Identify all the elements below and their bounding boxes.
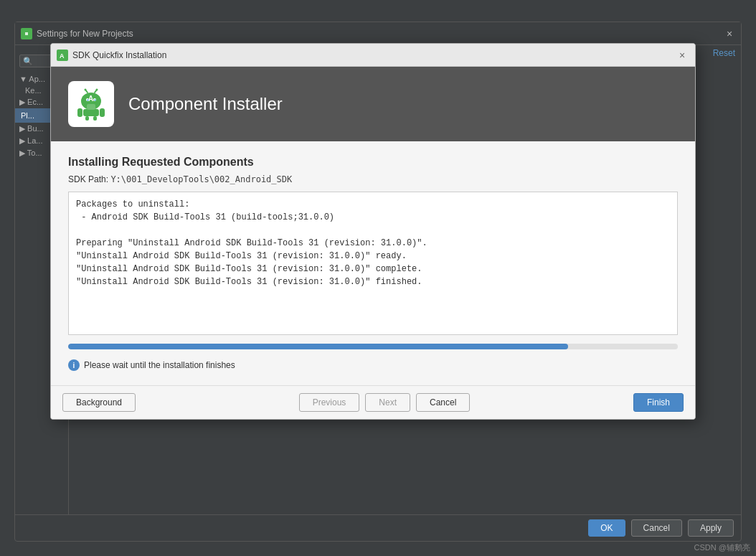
progress-container [68,344,678,349]
reset-link[interactable]: Reset [713,48,735,58]
dialog-close-button[interactable]: × [675,48,689,62]
svg-rect-14 [100,108,105,117]
dialog-footer-center: Previous Next Cancel [136,393,633,412]
progress-fill [68,344,568,349]
finish-button[interactable]: Finish [633,393,684,412]
sdk-path-label: SDK Path: [68,174,108,184]
watermark: CSDN @辅鹅亮 [694,542,750,553]
svg-point-11 [96,89,98,91]
cancel-button-settings[interactable]: Cancel [631,519,682,537]
cancel-button-dialog[interactable]: Cancel [416,393,470,412]
dialog-body: Installing Requested Components SDK Path… [51,141,695,385]
dialog-footer: Background Previous Next Cancel Finish [51,385,695,419]
settings-titlebar-icon [21,28,32,39]
progress-track [68,344,678,349]
dialog-titlebar: A SDK Quickfix Installation × [51,44,695,67]
svg-rect-15 [85,116,89,121]
svg-point-9 [85,89,87,91]
svg-point-7 [95,100,96,101]
previous-button[interactable]: Previous [299,393,360,412]
dialog-title: SDK Quickfix Installation [72,50,675,60]
ok-button[interactable]: OK [588,519,625,537]
svg-rect-16 [93,116,97,121]
settings-title: Settings for New Projects [37,29,724,39]
status-line: i Please wait until the installation fin… [68,359,678,371]
status-text: Please wait until the installation finis… [84,360,235,370]
settings-bottom-bar: OK Cancel Apply [15,514,741,541]
installer-logo: A [68,81,114,127]
info-icon: i [68,359,80,371]
svg-text:A: A [60,52,65,60]
svg-rect-13 [77,108,82,117]
sdk-path-value: Y:\001_DevelopTools\002_Android_SDK [110,174,292,184]
sdk-path-line: SDK Path: Y:\001_DevelopTools\002_Androi… [68,174,678,184]
apply-button[interactable]: Apply [688,519,734,537]
component-installer-header: A Component Installer [51,67,695,141]
background-button[interactable]: Background [62,393,136,412]
dialog-titlebar-icon: A [57,50,68,61]
log-area: Packages to uninstall: - Android SDK Bui… [68,192,678,335]
settings-close-button[interactable]: × [724,28,735,39]
svg-rect-17 [87,104,95,110]
installing-title: Installing Requested Components [68,156,678,169]
svg-rect-12 [83,109,99,116]
dialog-footer-left: Background [62,393,136,412]
next-button[interactable]: Next [365,393,410,412]
dialog-footer-right: Finish [633,393,684,412]
svg-text:A: A [88,95,93,103]
sdk-quickfix-dialog: A SDK Quickfix Installation × [50,43,696,420]
installer-title: Component Installer [128,94,283,114]
settings-titlebar: Settings for New Projects × [15,22,741,45]
